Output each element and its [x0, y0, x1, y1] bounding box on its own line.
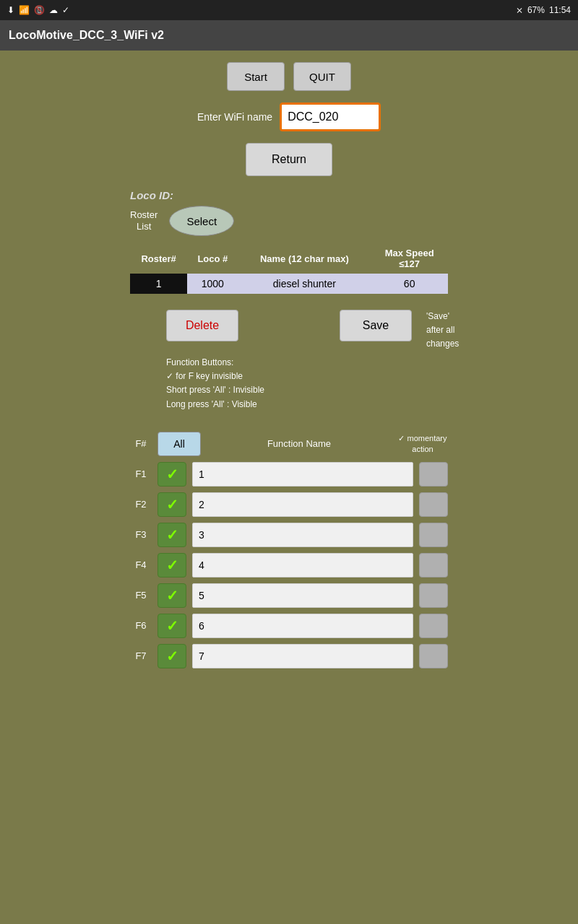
time-display: 11:54	[549, 5, 571, 15]
battery-text: 67%	[527, 5, 545, 15]
status-right: ⨯ 67% 11:54	[516, 5, 571, 15]
cell-name: diesel shunter	[238, 274, 371, 294]
instruction-line4: Long press 'All' : Visible	[166, 398, 412, 411]
fn-momentary-f2[interactable]	[419, 492, 448, 517]
fn-name-input-f7[interactable]	[192, 644, 413, 668]
roster-table: Roster# Loco # Name (12 char max) Max Sp…	[130, 243, 448, 294]
start-button[interactable]: Start	[227, 62, 285, 91]
cell-loco: 1000	[187, 274, 238, 294]
bluetooth-icon-right: ⨯	[516, 5, 523, 15]
fn-row-f6: F6	[130, 614, 448, 638]
loco-id-section: Loco ID: RosterList Select Roster# Loco …	[130, 189, 448, 304]
quit-button[interactable]: QUIT	[293, 62, 351, 91]
fn-label-f2: F2	[130, 499, 152, 510]
save-hint-text: 'Save' after all changes	[426, 310, 459, 352]
fn-checkbox-f1[interactable]	[158, 462, 186, 487]
fn-momentary-header: ✓ momentaryaction	[397, 433, 448, 454]
col-name: Name (12 char max)	[238, 243, 371, 274]
fn-name-input-f6[interactable]	[192, 614, 413, 638]
fn-name-input-f1[interactable]	[192, 462, 413, 487]
action-buttons: Delete Save	[166, 310, 412, 341]
signal-icon: 📵	[34, 5, 45, 15]
fn-checkbox-f6[interactable]	[158, 614, 186, 638]
fn-label-f4: F4	[130, 559, 152, 570]
main-content: Start QUIT Enter WiFi name Return Loco I…	[0, 51, 578, 924]
fn-row-f7: F7	[130, 644, 448, 668]
fn-name-input-f3[interactable]	[192, 523, 413, 547]
instruction-line3: Short press 'All' : Invisible	[166, 383, 412, 397]
col-roster: Roster#	[130, 243, 187, 274]
fn-row-f5: F5	[130, 583, 448, 608]
fn-momentary-f3[interactable]	[419, 523, 448, 547]
fn-momentary-f5[interactable]	[419, 583, 448, 608]
roster-select-row: RosterList Select	[130, 206, 448, 236]
fn-header-row: F# All Function Name ✓ momentaryaction	[130, 432, 448, 456]
status-icons: ⬇︎ 📶 📵 ☁ ✓	[7, 5, 69, 15]
cloud-icon: ☁	[49, 5, 58, 15]
fn-name-input-f5[interactable]	[192, 583, 413, 608]
delete-button[interactable]: Delete	[166, 310, 238, 341]
col-loco: Loco #	[187, 243, 238, 274]
wifi-label: Enter WiFi name	[197, 111, 272, 123]
fn-checkbox-f5[interactable]	[158, 583, 186, 608]
select-button[interactable]: Select	[169, 206, 234, 236]
fn-checkbox-f7[interactable]	[158, 644, 186, 668]
instruction-line1: Function Buttons:	[166, 356, 412, 370]
loco-id-label: Loco ID:	[130, 189, 448, 201]
fn-row-f3: F3	[130, 523, 448, 547]
fn-row-f1: F1	[130, 462, 448, 487]
save-button[interactable]: Save	[340, 310, 412, 341]
fn-name-input-f4[interactable]	[192, 553, 413, 578]
fn-checkbox-f3[interactable]	[158, 523, 186, 547]
fn-label-f6: F6	[130, 620, 152, 631]
return-button[interactable]: Return	[246, 143, 332, 176]
fn-label-f5: F5	[130, 590, 152, 601]
fn-checkbox-f2[interactable]	[158, 492, 186, 517]
fn-checkbox-f4[interactable]	[158, 553, 186, 578]
fn-hash-header: F#	[130, 438, 152, 449]
status-bar: ⬇︎ 📶 📵 ☁ ✓ ⨯ 67% 11:54	[0, 0, 578, 20]
col-speed: Max Speed≤127	[371, 243, 448, 274]
function-section: F# All Function Name ✓ momentaryaction F…	[130, 432, 448, 674]
cell-speed: 60	[371, 274, 448, 294]
fn-momentary-f7[interactable]	[419, 644, 448, 668]
instruction-line2: ✓ for F key invisible	[166, 370, 412, 383]
fn-row-f2: F2	[130, 492, 448, 517]
instructions-block: Function Buttons: ✓ for F key invisible …	[166, 356, 412, 411]
fn-label-f1: F1	[130, 468, 152, 479]
fn-name-header: Function Name	[207, 438, 392, 449]
bluetooth-icon: ⬇︎	[7, 5, 14, 15]
wifi-input[interactable]	[280, 103, 381, 131]
fn-label-f3: F3	[130, 529, 152, 540]
all-button[interactable]: All	[158, 432, 201, 456]
fn-momentary-f1[interactable]	[419, 462, 448, 487]
check-icon: ✓	[62, 5, 69, 15]
cell-roster: 1	[130, 274, 187, 294]
fn-momentary-f4[interactable]	[419, 553, 448, 578]
table-row[interactable]: 1 1000 diesel shunter 60	[130, 274, 448, 294]
wifi-icon: 📶	[19, 5, 30, 15]
fn-name-input-f2[interactable]	[192, 492, 413, 517]
top-buttons-row: Start QUIT	[227, 62, 351, 91]
title-bar: LocoMotive_DCC_3_WiFi v2	[0, 20, 578, 51]
save-hint: 'Save' after all changes	[426, 310, 459, 422]
wifi-row: Enter WiFi name	[197, 103, 381, 131]
fn-label-f7: F7	[130, 650, 152, 661]
app-title: LocoMotive_DCC_3_WiFi v2	[9, 29, 164, 42]
fn-row-f4: F4	[130, 553, 448, 578]
roster-list-label: RosterList	[130, 209, 158, 232]
fn-momentary-f6[interactable]	[419, 614, 448, 638]
instructions-row: Delete Save Function Buttons: ✓ for F ke…	[166, 310, 412, 422]
